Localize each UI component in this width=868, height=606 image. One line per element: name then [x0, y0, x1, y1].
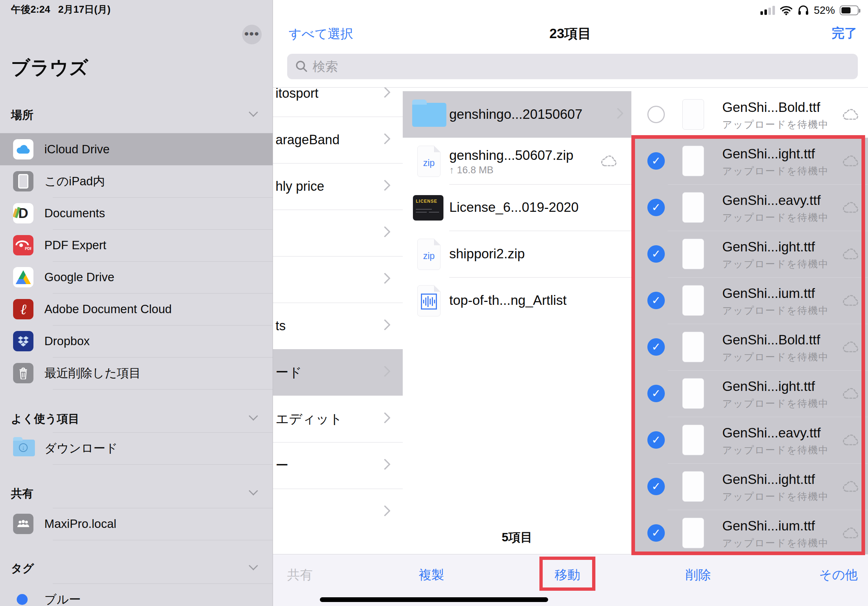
- sidebar-title: ブラウズ: [11, 55, 88, 80]
- sidebar-item-this-ipad[interactable]: このiPad内: [0, 165, 273, 197]
- share-button: 共有: [287, 566, 313, 583]
- ipad-icon: [13, 171, 33, 192]
- license-card-icon: LICENSE: [413, 195, 443, 221]
- battery-icon: [840, 5, 859, 15]
- list-item[interactable]: エディット: [273, 396, 403, 442]
- chevron-right-icon: [379, 272, 391, 284]
- folder-icon: [412, 103, 446, 127]
- more-options-button[interactable]: •••: [242, 25, 262, 44]
- list-item[interactable]: ー: [273, 442, 403, 489]
- sidebar-item-google-drive[interactable]: Google Drive: [0, 261, 273, 293]
- google-drive-app-icon: [13, 267, 33, 288]
- browser-column-middle: genshingo...20150607 zip genshing...5060…: [403, 88, 631, 554]
- documents-app-icon: D: [13, 203, 33, 223]
- annotation-box-selected-files: [631, 135, 865, 555]
- chevron-right-icon: [379, 88, 391, 98]
- status-date: 2月17日(月): [58, 3, 110, 16]
- sidebar-item-tag-blue[interactable]: ブルー: [0, 583, 273, 606]
- main-content: 52% すべて選択 23項目 完了 検索 itosport arageBand: [273, 0, 868, 606]
- section-header-tags[interactable]: タグ: [11, 561, 34, 576]
- status-time: 午後2:24: [11, 3, 50, 16]
- delete-button[interactable]: 削除: [685, 566, 711, 583]
- status-bar-right: 52%: [760, 3, 859, 17]
- section-header-favorites[interactable]: よく使う項目: [11, 411, 79, 427]
- browser-column-left: itosport arageBand hly price ts ード エディット: [273, 88, 403, 554]
- pdf-expert-app-icon: PDF: [13, 235, 33, 255]
- selection-count-title: 23項目: [273, 25, 868, 43]
- headphones-icon: [797, 5, 809, 15]
- list-item-selected[interactable]: ード: [273, 349, 403, 396]
- list-item[interactable]: itosport: [273, 88, 403, 117]
- cellular-signal-icon: [760, 5, 775, 15]
- chevron-right-icon: [379, 459, 391, 470]
- file-row[interactable]: GenShi...Bold.ttf アップロードを待機中: [631, 91, 868, 138]
- file-row[interactable]: LICENSE License_6...019-2020: [403, 184, 631, 231]
- wifi-icon: [780, 5, 793, 15]
- list-item[interactable]: hly price: [273, 163, 403, 210]
- sidebar-item-adobe-document-cloud[interactable]: ℓ Adobe Document Cloud: [0, 293, 273, 325]
- zip-file-icon: zip: [417, 146, 440, 177]
- battery-percent: 52%: [814, 5, 835, 16]
- file-thumbnail: [682, 99, 704, 130]
- list-item[interactable]: [273, 256, 403, 303]
- sidebar-item-recently-deleted[interactable]: 最近削除した項目: [0, 357, 273, 389]
- audio-file-icon: [417, 285, 440, 317]
- list-item[interactable]: ts: [273, 303, 403, 349]
- chevron-down-icon[interactable]: [249, 486, 258, 495]
- chevron-right-icon: [379, 505, 391, 516]
- downloads-folder-icon: ↓: [13, 440, 35, 456]
- more-button[interactable]: その他: [819, 566, 858, 583]
- duplicate-button[interactable]: 複製: [419, 566, 444, 583]
- adobe-document-cloud-app-icon: ℓ: [13, 299, 33, 319]
- sidebar-item-pdf-expert[interactable]: PDF PDF Expert: [0, 229, 273, 261]
- chevron-right-icon: [379, 179, 391, 191]
- search-icon: [295, 60, 308, 73]
- shared-computer-icon: [13, 514, 33, 534]
- annotation-box-move-button: [539, 557, 595, 591]
- chevron-right-icon: [379, 226, 391, 237]
- list-item[interactable]: [273, 489, 403, 535]
- chevron-right-icon: [379, 365, 391, 377]
- file-row[interactable]: zip genshing...50607.zip ↑ 16.8 MB: [403, 138, 631, 184]
- sidebar-item-documents[interactable]: D Documents: [0, 197, 273, 229]
- folder-row[interactable]: genshingo...20150607: [403, 91, 631, 138]
- cloud-waiting-icon: [841, 107, 860, 122]
- chevron-right-icon: [612, 108, 623, 119]
- sidebar: 午後2:24 2月17日(月) ••• ブラウズ 場所 iCloud Drive…: [0, 0, 273, 606]
- section-header-shared[interactable]: 共有: [11, 486, 33, 501]
- list-item[interactable]: arageBand: [273, 117, 403, 163]
- trash-icon: [13, 363, 33, 383]
- sidebar-item-dropbox[interactable]: Dropbox: [0, 325, 273, 357]
- chevron-right-icon: [379, 319, 391, 330]
- section-header-locations[interactable]: 場所: [11, 108, 33, 123]
- file-row[interactable]: zip shippori2.zip: [403, 231, 631, 277]
- svg-text:PDF: PDF: [25, 247, 31, 251]
- file-row[interactable]: top-of-th...ng_Artlist: [403, 277, 631, 324]
- list-item[interactable]: [273, 210, 403, 256]
- chevron-down-icon[interactable]: [249, 108, 258, 117]
- item-count-footer: 5項目: [403, 529, 631, 546]
- chevron-right-icon: [379, 412, 391, 423]
- icloud-drive-icon: [13, 139, 33, 159]
- chevron-down-icon[interactable]: [249, 561, 258, 570]
- sidebar-item-downloads[interactable]: ↓ ダウンロード: [0, 432, 273, 464]
- chevron-right-icon: [379, 133, 391, 144]
- sidebar-item-maxipro-local[interactable]: MaxiPro.local: [0, 508, 273, 540]
- files-app-screen: 52% すべて選択 23項目 完了 検索 itosport arageBand: [0, 0, 868, 606]
- search-input[interactable]: 検索: [287, 54, 858, 79]
- done-button[interactable]: 完了: [832, 25, 857, 42]
- dropbox-app-icon: [13, 331, 33, 351]
- search-placeholder: 検索: [313, 54, 338, 79]
- chevron-down-icon[interactable]: [249, 411, 258, 420]
- zip-file-icon: zip: [417, 239, 440, 270]
- sidebar-item-icloud-drive[interactable]: iCloud Drive: [0, 133, 273, 165]
- cloud-waiting-icon: [599, 154, 618, 168]
- checkbox-unchecked[interactable]: [647, 106, 665, 123]
- home-indicator[interactable]: [320, 597, 548, 602]
- blue-tag-icon: [17, 594, 28, 605]
